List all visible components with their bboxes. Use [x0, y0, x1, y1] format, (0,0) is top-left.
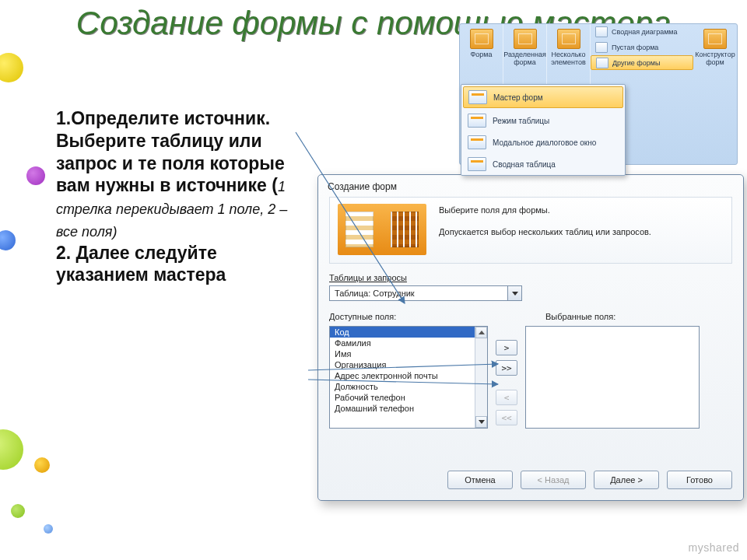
pivot-table-icon [468, 157, 486, 171]
deco-circle [0, 230, 16, 250]
next-button[interactable]: Далее > [594, 471, 659, 489]
multi-items-icon [557, 29, 580, 49]
dialog-title: Создание форм [318, 175, 743, 197]
selected-fields-listbox[interactable] [525, 326, 700, 429]
flyout-label: Модальное диалоговое окно [493, 138, 596, 147]
ribbon-label: Другие формы [612, 59, 660, 67]
move-all-left-button[interactable]: << [496, 410, 517, 425]
instruction-text: 1.Определите источник. Выберите таблицу … [56, 107, 311, 286]
tables-queries-combobox[interactable]: Таблица: Сотрудник [329, 285, 522, 301]
list-item[interactable]: Домашний телефон [330, 403, 487, 414]
ribbon-button-multiple-items[interactable]: Несколько элементов [547, 24, 591, 86]
chevron-up-icon [479, 331, 485, 334]
flyout-item-modal-dialog[interactable]: Модальное диалоговое окно [461, 131, 625, 153]
selected-fields-label: Выбранные поля: [545, 312, 717, 321]
chevron-down-icon [512, 292, 518, 296]
list-item[interactable]: Организация [330, 359, 487, 370]
ribbon-label: Пустая форма [612, 44, 658, 51]
cancel-button[interactable]: Отмена [447, 471, 513, 489]
dialog-banner: Выберите поля для формы. Допускается выб… [329, 197, 732, 264]
list-item[interactable]: Фамилия [330, 338, 487, 348]
tables-queries-label: Таблицы и запросы [329, 273, 732, 282]
ribbon-label: Сводная диаграмма [612, 28, 678, 36]
list-item[interactable]: Рабочий телефон [330, 392, 487, 403]
list-item[interactable]: Код [330, 327, 487, 338]
flyout-item-datasheet[interactable]: Режим таблицы [461, 110, 625, 131]
watermark: myshared [689, 541, 739, 554]
form-icon [470, 29, 493, 49]
deco-circle [0, 429, 23, 470]
move-one-right-button[interactable]: > [496, 340, 517, 355]
ribbon-button-more-forms[interactable]: Другие формы [591, 55, 693, 70]
flyout-item-form-wizard[interactable]: Мастер форм [463, 86, 623, 108]
deco-circle [34, 457, 50, 473]
flyout-label: Сводная таблица [493, 160, 556, 169]
list-item[interactable]: Адрес электронной почты [330, 370, 487, 381]
deco-circle [26, 166, 45, 185]
ribbon-button-form-design[interactable]: Конструктор форм [693, 24, 737, 86]
blank-form-icon [595, 42, 608, 53]
ribbon-button-pivot-chart[interactable]: Сводная диаграмма [591, 24, 693, 40]
instruction-step-1: 1.Определите источник. Выберите таблицу … [56, 108, 285, 195]
move-all-right-button[interactable]: >> [496, 360, 517, 376]
form-design-icon [703, 29, 727, 49]
datasheet-icon [468, 114, 486, 128]
scroll-down-button[interactable] [475, 416, 487, 428]
deco-circle [11, 504, 25, 518]
instruction-step-2: 2. Далее следуйте указанием мастера [56, 243, 226, 285]
more-forms-flyout: Мастер форм Режим таблицы Модальное диал… [461, 84, 626, 176]
move-one-left-button[interactable]: < [496, 390, 517, 405]
chevron-down-icon [479, 420, 485, 424]
back-button[interactable]: < Назад [521, 471, 586, 489]
scroll-up-button[interactable] [475, 327, 487, 338]
combo-dropdown-button[interactable] [507, 286, 521, 300]
banner-line-2: Допускается выбор нескольких таблиц или … [439, 226, 651, 240]
finish-button[interactable]: Готово [667, 471, 732, 489]
list-item[interactable]: Должность [330, 381, 487, 392]
ribbon-button-form[interactable]: Форма [460, 24, 503, 86]
ribbon-label: Разделенная форма [503, 51, 546, 66]
wizard-icon [468, 90, 487, 104]
deco-circle [44, 524, 53, 534]
ribbon-label: Форма [470, 51, 492, 58]
available-fields-label: Доступные поля: [329, 312, 500, 321]
flyout-item-pivot-table[interactable]: Сводная таблица [461, 153, 625, 175]
flyout-label: Режим таблицы [493, 117, 549, 125]
more-forms-icon [596, 58, 608, 68]
wizard-banner-icon [338, 204, 426, 255]
ribbon-label: Конструктор форм [695, 51, 735, 66]
form-wizard-dialog: Создание форм Выберите поля для формы. Д… [317, 174, 744, 501]
scrollbar[interactable] [475, 327, 487, 428]
list-item[interactable]: Имя [330, 348, 487, 359]
deco-circle [0, 53, 23, 82]
available-fields-listbox[interactable]: Код Фамилия Имя Организация Адрес электр… [329, 326, 488, 429]
split-form-icon [514, 29, 537, 49]
ribbon-button-blank-form[interactable]: Пустая форма [591, 40, 693, 55]
flyout-label: Мастер форм [493, 93, 543, 102]
pivot-chart-icon [595, 26, 608, 37]
combo-value: Таблица: Сотрудник [330, 289, 507, 298]
banner-line-1: Выберите поля для формы. [439, 204, 651, 218]
ribbon-label: Несколько элементов [549, 51, 588, 66]
ribbon-button-split-form[interactable]: Разделенная форма [503, 24, 547, 86]
modal-dialog-icon [468, 135, 486, 149]
